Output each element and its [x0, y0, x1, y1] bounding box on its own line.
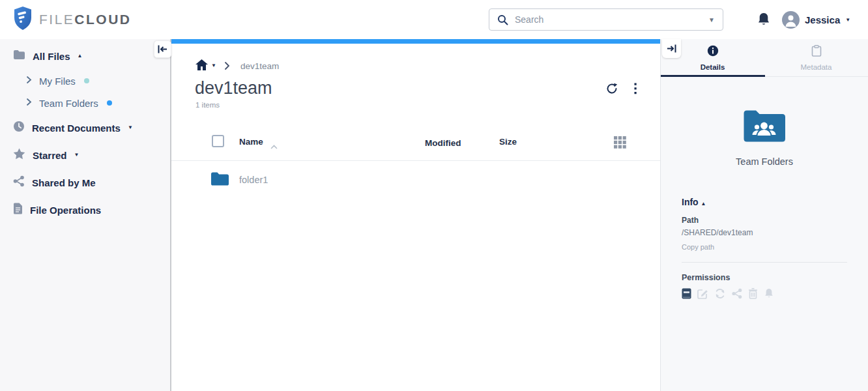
sidebar-item-recent-documents[interactable]: Recent Documents ▼	[0, 114, 170, 141]
chevron-right-icon	[26, 97, 32, 109]
folder-icon	[13, 50, 25, 63]
search-box[interactable]: ▼	[489, 8, 723, 31]
sidebar-label: File Operations	[30, 205, 101, 216]
file-table-header: Name Modified Size	[171, 124, 660, 161]
username: Jessica	[805, 14, 840, 25]
search-icon	[497, 14, 508, 25]
blue-status-dot	[107, 100, 112, 106]
column-header-size[interactable]: Size	[499, 137, 517, 147]
details-panel: Details Metadata	[660, 39, 868, 391]
sidebar-item-starred[interactable]: Starred ▼	[0, 141, 170, 169]
path-label: Path	[682, 216, 847, 225]
sidebar-item-shared-by-me[interactable]: Shared by Me	[0, 169, 170, 196]
table-row[interactable]: folder1	[171, 161, 660, 200]
sidebar-label: Shared by Me	[32, 177, 96, 188]
chevron-down-icon: ▼	[74, 152, 80, 158]
share-permission-icon	[732, 288, 742, 302]
chevron-up-icon: ▲	[78, 53, 83, 59]
chevron-down-icon: ▼	[128, 125, 133, 130]
sidebar-item-file-operations[interactable]: File Operations	[0, 196, 170, 224]
sidebar-label: All Files	[33, 51, 70, 62]
tab-label: Metadata	[801, 63, 832, 71]
collapse-panel-button[interactable]	[662, 39, 681, 58]
read-permission-book-icon	[682, 288, 691, 302]
active-tab-indicator	[661, 75, 765, 77]
column-header-name[interactable]: Name	[239, 137, 263, 147]
file-browser-main: ▼ dev1team dev1team 1 items Name	[171, 39, 660, 391]
selected-item-preview: Team Folders	[661, 108, 868, 167]
star-icon	[13, 148, 25, 162]
info-section-toggle[interactable]: Info ▲	[682, 197, 847, 207]
breadcrumb: ▼ dev1team	[195, 59, 660, 73]
info-title-label: Info	[682, 197, 699, 207]
avatar	[782, 11, 800, 29]
tab-label: Details	[701, 63, 725, 71]
teal-status-dot	[84, 78, 89, 83]
clipboard-icon	[811, 45, 822, 59]
clock-icon	[13, 121, 25, 135]
user-caret-icon: ▼	[845, 18, 850, 23]
permissions-icons	[682, 288, 847, 302]
selected-item-name: Team Folders	[661, 156, 868, 167]
folder-icon	[210, 171, 229, 188]
tab-metadata[interactable]: Metadata	[764, 39, 868, 76]
chevron-up-icon: ▲	[701, 201, 706, 207]
progress-accent-bar	[171, 39, 660, 44]
notifications-bell-icon[interactable]	[757, 12, 771, 27]
trash-permission-icon	[748, 288, 758, 302]
refresh-icon[interactable]	[605, 82, 618, 95]
grid-view-icon[interactable]	[614, 136, 626, 151]
user-menu[interactable]: Jessica ▼	[782, 11, 850, 29]
chevron-right-icon	[26, 75, 32, 87]
brand-part-file: FILE	[39, 12, 74, 27]
divider	[682, 262, 847, 263]
page-title: dev1team	[195, 78, 272, 98]
permissions-label: Permissions	[682, 273, 847, 282]
edit-permission-icon	[697, 288, 708, 302]
home-icon	[195, 59, 209, 74]
brand-wordmark: FILECLOUD	[39, 12, 132, 27]
team-folder-icon	[743, 134, 786, 145]
share-icon	[13, 175, 25, 190]
search-dropdown-caret-icon[interactable]: ▼	[708, 16, 715, 23]
info-icon	[707, 45, 719, 59]
sidebar-item-all-files[interactable]: All Files ▲	[0, 42, 170, 70]
sort-ascending-icon	[270, 140, 278, 152]
items-count: 1 items	[195, 101, 660, 109]
filecloud-logo[interactable]: FILECLOUD	[13, 7, 132, 33]
sidebar-label: Team Folders	[39, 98, 98, 109]
shield-logo-icon	[13, 7, 33, 33]
sidebar-label: My Files	[39, 76, 76, 87]
top-header: FILECLOUD ▼ Jessica ▼	[0, 0, 868, 39]
chevron-down-icon: ▼	[211, 63, 216, 68]
sidebar-label: Recent Documents	[32, 123, 121, 134]
breadcrumb-current[interactable]: dev1team	[240, 61, 279, 71]
select-all-checkbox[interactable]	[212, 135, 224, 147]
kebab-menu-icon[interactable]	[634, 83, 637, 94]
notify-permission-bell-icon	[764, 288, 774, 302]
panel-tabs: Details Metadata	[661, 39, 868, 77]
breadcrumb-home[interactable]: ▼	[195, 59, 216, 74]
info-section: Info ▲ Path /SHARED/dev1team Copy path P…	[682, 197, 847, 302]
column-header-modified[interactable]: Modified	[425, 138, 461, 148]
path-value: /SHARED/dev1team	[682, 228, 847, 237]
filecloud-app: FILECLOUD ▼ Jessica ▼ All Files ▲	[0, 0, 868, 391]
sidebar-item-team-folders[interactable]: Team Folders	[0, 92, 170, 114]
left-sidebar: All Files ▲ My Files Team Folders Recent…	[0, 39, 171, 391]
file-name[interactable]: folder1	[239, 175, 268, 185]
breadcrumb-separator-icon	[224, 61, 230, 70]
sidebar-label: Starred	[33, 150, 67, 161]
collapse-sidebar-button[interactable]	[154, 40, 171, 58]
brand-part-cloud: CLOUD	[74, 12, 131, 27]
copy-path-link[interactable]: Copy path	[682, 243, 847, 251]
search-input[interactable]	[515, 14, 708, 25]
sync-permission-icon	[714, 288, 726, 302]
document-icon	[13, 203, 23, 217]
sidebar-item-my-files[interactable]: My Files	[0, 70, 170, 92]
